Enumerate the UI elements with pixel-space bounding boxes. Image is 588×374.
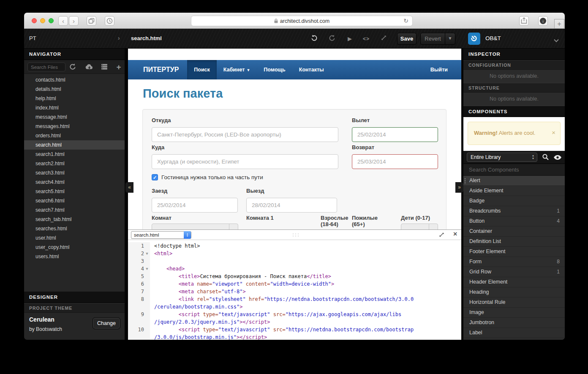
- component-item-label[interactable]: Label: [463, 328, 565, 338]
- library-select[interactable]: Entire Library ▲▼: [467, 153, 537, 162]
- component-item-grid-row[interactable]: Grid Row1: [463, 267, 565, 277]
- to-input[interactable]: [152, 154, 338, 169]
- return-date-input[interactable]: [352, 154, 438, 169]
- new-tab-button[interactable]: +: [554, 19, 564, 29]
- component-item-definition-list[interactable]: Definition List: [463, 237, 565, 247]
- code-line[interactable]: 5 <title>Система бронирования - Поиск па…: [128, 273, 461, 280]
- file-item-message.html[interactable]: message.html: [24, 112, 125, 122]
- preview-nav-item[interactable]: Контакты: [292, 60, 331, 79]
- file-item-search5.html[interactable]: search5.html: [24, 187, 125, 196]
- component-item-footer-element[interactable]: Footer Element: [463, 247, 565, 257]
- redo-icon[interactable]: [327, 34, 337, 44]
- preview-brand[interactable]: ПИТЕРТУР: [128, 60, 187, 79]
- file-item-messages.html[interactable]: messages.html: [24, 122, 125, 131]
- editor-expand-icon[interactable]: [438, 232, 445, 240]
- file-item-search3.html[interactable]: search3.html: [24, 168, 125, 177]
- file-item-search2.html[interactable]: search2.html: [24, 159, 125, 168]
- revert-dropdown-caret[interactable]: ▼: [445, 33, 455, 45]
- refresh-files-icon[interactable]: [69, 63, 77, 71]
- component-item-form[interactable]: Form8: [463, 257, 565, 267]
- component-item-image[interactable]: Image: [463, 308, 565, 318]
- fold-arrow-icon[interactable]: ▼: [144, 265, 150, 273]
- code-view-icon[interactable]: <>: [362, 34, 371, 44]
- editor-close-icon[interactable]: ×: [453, 230, 457, 238]
- file-item-user_copy.html[interactable]: user_copy.html: [24, 243, 125, 252]
- share-icon[interactable]: [519, 16, 529, 26]
- file-item-contacts.html[interactable]: contacts.html: [24, 75, 125, 85]
- checkin-date-input[interactable]: [152, 198, 238, 213]
- depart-date-input[interactable]: [352, 127, 438, 142]
- search-components-input[interactable]: [463, 164, 565, 175]
- component-item-heading[interactable]: Heading: [463, 287, 565, 298]
- address-bar[interactable]: architect.divshot.com ↻: [191, 16, 413, 26]
- fullscreen-expand-icon[interactable]: [379, 34, 388, 44]
- code-line[interactable]: /3.0.0/js/bootstrap.min.js"></script>: [128, 333, 461, 340]
- fold-arrow-icon[interactable]: ▼: [144, 250, 150, 257]
- alert-close-icon[interactable]: ×: [552, 129, 555, 136]
- file-item-search1.html[interactable]: search1.html: [24, 150, 125, 159]
- revert-button[interactable]: Revert: [420, 33, 445, 45]
- preview-nav-item[interactable]: Помощь: [257, 60, 292, 79]
- minimize-window-button[interactable]: [40, 18, 45, 23]
- component-item-button[interactable]: Button4: [463, 216, 565, 227]
- code-line[interactable]: 6 <meta name="viewport" content="width=d…: [128, 280, 461, 288]
- change-theme-button[interactable]: Change: [93, 317, 120, 329]
- code-area[interactable]: 1<!doctype html>2▼<html>34▼ <head>5 <tit…: [128, 240, 461, 340]
- checkout-date-input[interactable]: [246, 198, 337, 213]
- downloads-icon[interactable]: ↓: [538, 16, 548, 26]
- editor-file-select[interactable]: search.html ▲▼: [131, 231, 191, 239]
- zoom-window-button[interactable]: [49, 18, 54, 23]
- back-button[interactable]: ‹: [58, 16, 68, 26]
- close-window-button[interactable]: [32, 18, 37, 23]
- file-item-search.html[interactable]: search.html: [24, 140, 125, 150]
- file-item-search7.html[interactable]: search7.html: [24, 205, 125, 215]
- cloud-sync-icon[interactable]: [85, 63, 93, 71]
- save-button[interactable]: Save: [397, 33, 416, 45]
- component-item-list-group[interactable]: List Group1: [463, 338, 565, 340]
- reload-icon[interactable]: ↻: [403, 17, 408, 24]
- search-icon[interactable]: [542, 153, 549, 162]
- collapse-right-sidebar-handle[interactable]: »: [455, 182, 463, 193]
- undo-icon[interactable]: [310, 34, 319, 44]
- component-item-breadcrumbs[interactable]: Breadcrumbs1: [463, 206, 565, 216]
- code-line[interactable]: 9 <script type="text/javascript" src="ht…: [128, 311, 461, 318]
- file-item-searches.html[interactable]: searches.html: [24, 224, 125, 233]
- file-item-search_tab.html[interactable]: search_tab.html: [24, 215, 125, 224]
- file-item-orders.html[interactable]: orders.html: [24, 131, 125, 140]
- from-input[interactable]: [152, 127, 338, 142]
- code-line[interactable]: 10 <script type="text/javascript" src="h…: [128, 326, 461, 333]
- file-item-search6.html[interactable]: search6.html: [24, 196, 125, 205]
- tab-overview-icon[interactable]: [87, 16, 96, 26]
- component-item-header-element[interactable]: Header Element: [463, 277, 565, 287]
- code-line[interactable]: 1<!doctype html>: [128, 242, 461, 250]
- account-name[interactable]: OB&T: [485, 35, 501, 41]
- preview-nav-logout[interactable]: Выйти: [424, 60, 461, 79]
- code-line[interactable]: /jquery/2.0.3/jquery.min.js"></script>: [128, 318, 461, 326]
- file-item-help.html[interactable]: help.html: [24, 94, 125, 103]
- component-item-badge[interactable]: Badge: [463, 196, 565, 206]
- code-line[interactable]: 7 <meta charset="utf-8">: [128, 288, 461, 295]
- drag-handle-icon[interactable]: [292, 233, 299, 237]
- component-item-aside-element[interactable]: Aside Element: [463, 186, 565, 196]
- history-clock-icon[interactable]: [105, 16, 114, 26]
- file-item-user.html[interactable]: user.html: [24, 233, 125, 243]
- eye-icon[interactable]: [553, 154, 562, 162]
- project-name[interactable]: PT: [29, 35, 36, 41]
- component-item-container[interactable]: Container: [463, 227, 565, 237]
- component-item-horizontal-rule[interactable]: Horizontal Rule: [463, 298, 565, 308]
- search-files-input[interactable]: [27, 63, 65, 71]
- code-line[interactable]: 3: [128, 257, 461, 265]
- file-item-index.html[interactable]: index.html: [24, 103, 125, 112]
- code-line[interactable]: 8 <link rel="stylesheet" href="https://n…: [128, 295, 461, 303]
- code-line[interactable]: 4▼ <head>: [128, 265, 461, 273]
- account-chevron-down-icon[interactable]: [554, 36, 559, 44]
- hotel-checkbox[interactable]: ✓: [152, 174, 158, 180]
- preview-play-icon[interactable]: ▶: [345, 34, 354, 44]
- preview-nav-item[interactable]: Поиск: [187, 60, 217, 79]
- file-tree-icon[interactable]: [101, 63, 109, 71]
- preview-nav-item[interactable]: Кабинет▼: [217, 60, 257, 79]
- component-item-jumbotron[interactable]: Jumbotron: [463, 318, 565, 328]
- component-item-alert[interactable]: Alert: [463, 176, 565, 186]
- add-file-icon[interactable]: +: [114, 63, 123, 71]
- file-item-details.html[interactable]: details.html: [24, 85, 125, 94]
